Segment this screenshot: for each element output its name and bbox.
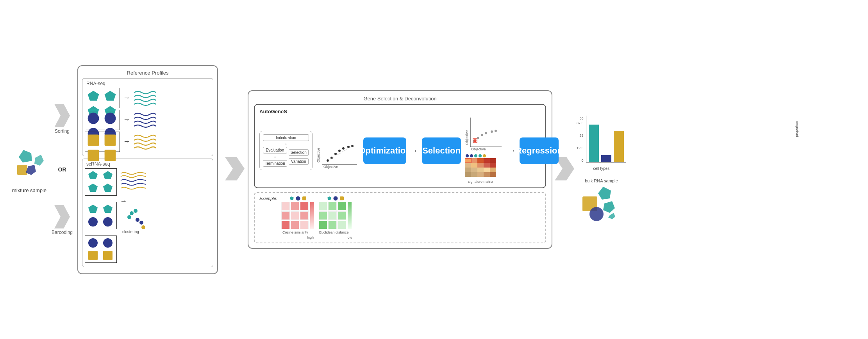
pareto-svg-2 bbox=[470, 118, 504, 151]
objective-y-label: Objective bbox=[316, 131, 320, 162]
initialization-box: Initialization bbox=[263, 134, 309, 141]
tick-125: 12.5 bbox=[577, 146, 584, 150]
tick-375: 37.5 bbox=[577, 121, 584, 125]
optimization-button[interactable]: Optimization bbox=[363, 137, 406, 164]
pareto-chart-2: Objective bbox=[465, 118, 504, 153]
scrnaseq-label: scRNA-seq bbox=[85, 161, 211, 167]
scrnaseq-grid3 bbox=[85, 236, 117, 263]
rnaseq-grid2 bbox=[85, 110, 120, 130]
scrnaseq-grid1 bbox=[85, 168, 117, 196]
arrow-to-regression: → bbox=[508, 146, 516, 155]
svg-rect-89 bbox=[340, 196, 344, 200]
bar-yellow bbox=[614, 116, 624, 162]
svg-rect-65 bbox=[484, 158, 490, 163]
svg-rect-77 bbox=[465, 172, 471, 177]
svg-rect-78 bbox=[471, 172, 477, 177]
autogenes-box: AutoGeneS Initialization ↓ Evaluation ↓ … bbox=[254, 104, 546, 188]
svg-marker-18 bbox=[88, 171, 98, 179]
bar-yellow-fill bbox=[614, 131, 624, 162]
svg-rect-68 bbox=[471, 163, 477, 168]
svg-point-26 bbox=[130, 211, 134, 215]
proportion-label: proportion bbox=[795, 121, 798, 137]
svg-rect-17 bbox=[104, 150, 116, 161]
objective-x-label: Objective bbox=[323, 165, 338, 169]
svg-rect-74 bbox=[477, 168, 484, 172]
euclidean-distance-label: Euclidean distance bbox=[319, 230, 349, 234]
bar-navy-fill bbox=[601, 155, 611, 162]
svg-marker-22 bbox=[88, 205, 98, 213]
flow-diagram: Initialization ↓ Evaluation ↓ Terminatio… bbox=[259, 131, 313, 170]
svg-rect-35 bbox=[103, 251, 113, 260]
gene-selection-box: Gene Selection & Deconvolution AutoGeneS… bbox=[248, 90, 552, 249]
cosine-section: Cosine similarity high bbox=[281, 196, 315, 239]
termination-box: Termination bbox=[263, 160, 287, 167]
svg-point-60 bbox=[479, 154, 482, 157]
svg-rect-80 bbox=[484, 172, 490, 177]
sorting-group: Sorting bbox=[54, 104, 70, 134]
svg-point-32 bbox=[88, 238, 98, 248]
svg-point-43 bbox=[342, 147, 345, 150]
cosine-similarity-label: Cosine similarity bbox=[282, 230, 308, 234]
svg-marker-87 bbox=[327, 196, 331, 200]
svg-rect-81 bbox=[490, 172, 496, 177]
variation-box: Variation bbox=[289, 158, 309, 165]
svg-rect-72 bbox=[465, 168, 471, 172]
reference-profiles-panel: Reference Profiles RNA-seq → bbox=[77, 65, 218, 274]
rnaseq-label: RNA-seq bbox=[85, 81, 211, 86]
svg-rect-79 bbox=[477, 172, 484, 177]
svg-marker-0 bbox=[19, 150, 32, 162]
svg-rect-34 bbox=[88, 251, 98, 260]
svg-rect-75 bbox=[484, 168, 490, 172]
svg-rect-86 bbox=[310, 202, 314, 229]
flow-right-col: Selection Variation bbox=[289, 149, 309, 165]
euclidean-section: Euclidean distance low bbox=[319, 196, 352, 239]
euclidean-labels: Euclidean distance bbox=[319, 230, 352, 234]
cosine-dots bbox=[289, 196, 307, 201]
svg-line-46 bbox=[328, 146, 352, 161]
svg-point-61 bbox=[483, 154, 486, 157]
cell-types-label: cell types bbox=[593, 166, 609, 171]
svg-point-31 bbox=[141, 225, 145, 229]
svg-rect-62 bbox=[465, 158, 471, 163]
autogenes-label: AutoGeneS bbox=[259, 109, 541, 114]
mixture-section: mixture sample bbox=[12, 146, 47, 193]
bar-chart bbox=[586, 116, 626, 162]
heatmap-container: signature matrix bbox=[465, 154, 496, 184]
svg-marker-6 bbox=[88, 91, 99, 100]
svg-point-58 bbox=[470, 154, 473, 157]
sorting-label: Sorting bbox=[55, 128, 70, 134]
svg-point-25 bbox=[103, 217, 113, 227]
euclidean-dots bbox=[327, 196, 344, 201]
svg-rect-70 bbox=[484, 163, 490, 168]
svg-rect-67 bbox=[465, 163, 471, 168]
svg-rect-85 bbox=[302, 196, 306, 200]
svg-point-33 bbox=[103, 238, 113, 248]
svg-rect-63 bbox=[471, 158, 477, 163]
svg-point-51 bbox=[481, 134, 483, 136]
flow-middle-row: Evaluation ↓ Termination Selection Varia… bbox=[263, 147, 309, 167]
svg-marker-1 bbox=[34, 155, 44, 166]
svg-point-95 bbox=[589, 207, 604, 221]
rnaseq-row2: → bbox=[85, 110, 211, 130]
euclidean-low-label: low bbox=[319, 236, 352, 239]
svg-point-52 bbox=[485, 132, 487, 134]
clustering-label: clustering bbox=[122, 230, 139, 234]
selection-button[interactable]: Selection bbox=[422, 137, 461, 164]
mixture-label: mixture sample bbox=[12, 187, 46, 193]
svg-point-28 bbox=[127, 215, 131, 219]
svg-marker-36 bbox=[225, 157, 245, 180]
svg-rect-69 bbox=[477, 163, 484, 168]
barcoding-group: Barcoding bbox=[52, 205, 73, 235]
cosine-labels: Cosine similarity bbox=[282, 230, 314, 234]
svg-point-41 bbox=[334, 153, 337, 155]
tick-50: 50 bbox=[580, 116, 584, 120]
regression-button[interactable]: Regression bbox=[520, 137, 559, 164]
heatmap-dots bbox=[466, 154, 486, 157]
svg-rect-90 bbox=[348, 202, 352, 229]
bulk-rna-section: bulk RNA sample bbox=[582, 178, 621, 224]
arrow-to-selection: → bbox=[410, 146, 418, 155]
big-arrow-1 bbox=[225, 153, 245, 186]
tick-0: 0 bbox=[582, 159, 584, 162]
svg-point-57 bbox=[466, 154, 469, 157]
svg-marker-7 bbox=[104, 91, 116, 100]
